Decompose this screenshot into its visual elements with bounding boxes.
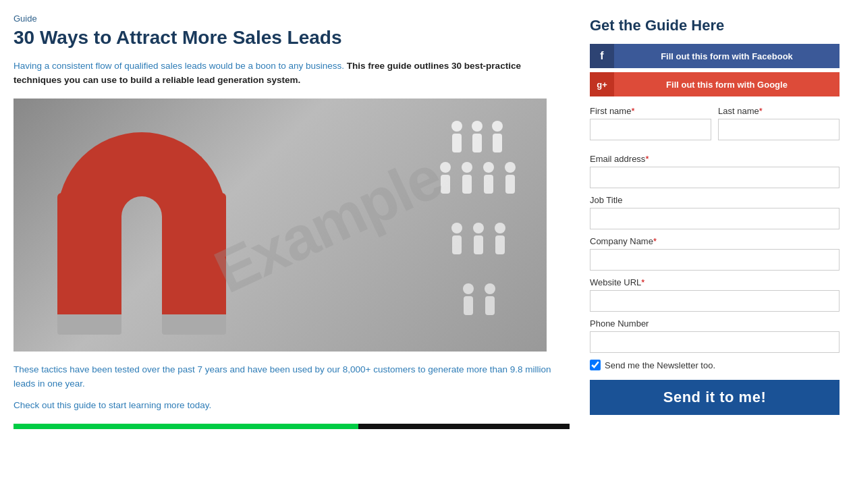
svg-rect-9 xyxy=(462,175,472,194)
email-label: Email address* xyxy=(590,154,840,164)
svg-rect-19 xyxy=(495,235,505,254)
svg-point-4 xyxy=(492,121,503,132)
guide-form-header: Get the Guide Here xyxy=(590,17,840,34)
facebook-icon: f xyxy=(590,44,614,68)
facebook-button-label: Fill out this form with Facebook xyxy=(614,51,840,61)
website-url-label: Website URL* xyxy=(590,277,840,287)
google-button-label: Fill out this form with Google xyxy=(614,80,840,90)
svg-point-16 xyxy=(473,223,484,233)
svg-point-12 xyxy=(505,162,516,173)
submit-button-label: Send it to me! xyxy=(663,389,766,405)
main-title: 30 Ways to Attract More Sales Leads xyxy=(13,26,570,49)
submit-button[interactable]: Send it to me! xyxy=(590,380,840,415)
svg-point-22 xyxy=(485,283,495,294)
guide-label: Guide xyxy=(13,13,570,24)
job-title-group: Job Title xyxy=(590,195,840,229)
phone-number-group: Phone Number xyxy=(590,318,840,353)
svg-point-20 xyxy=(463,283,474,294)
svg-rect-7 xyxy=(441,175,450,194)
newsletter-label: Send me the Newsletter too. xyxy=(605,360,715,370)
company-name-label: Company Name* xyxy=(590,236,840,246)
phone-number-input[interactable] xyxy=(590,331,840,353)
google-icon: g+ xyxy=(590,72,614,96)
svg-rect-5 xyxy=(493,134,502,152)
svg-point-0 xyxy=(451,121,462,132)
lead-form: First name* Last name* Email address* xyxy=(590,106,840,415)
job-title-input[interactable] xyxy=(590,208,840,229)
phone-number-label: Phone Number xyxy=(590,318,840,329)
svg-point-6 xyxy=(440,162,451,173)
svg-rect-15 xyxy=(452,235,462,254)
right-column: Get the Guide Here f Fill out this form … xyxy=(590,13,840,504)
website-url-group: Website URL* xyxy=(590,277,840,312)
company-name-group: Company Name* xyxy=(590,236,840,271)
svg-rect-17 xyxy=(474,235,483,254)
body-text-1: These tactics have been tested over the … xyxy=(13,362,570,391)
newsletter-row: Send me the Newsletter too. xyxy=(590,360,840,370)
svg-rect-3 xyxy=(472,134,482,152)
job-title-label: Job Title xyxy=(590,195,840,205)
svg-rect-1 xyxy=(452,134,462,152)
svg-point-14 xyxy=(451,223,462,233)
newsletter-checkbox[interactable] xyxy=(590,360,601,370)
email-input[interactable] xyxy=(590,167,840,188)
first-name-group: First name* xyxy=(590,106,711,140)
left-column: Guide 30 Ways to Attract More Sales Lead… xyxy=(13,13,570,504)
last-name-group: Last name* xyxy=(718,106,840,140)
last-name-input[interactable] xyxy=(718,119,840,140)
svg-rect-13 xyxy=(505,175,515,194)
google-button[interactable]: g+ Fill out this form with Google xyxy=(590,72,840,96)
last-name-label: Last name* xyxy=(718,106,840,116)
svg-point-2 xyxy=(472,121,483,132)
svg-point-8 xyxy=(462,162,472,173)
first-name-input[interactable] xyxy=(590,119,711,140)
facebook-button[interactable]: f Fill out this form with Facebook xyxy=(590,44,840,68)
svg-point-10 xyxy=(483,162,494,173)
svg-rect-11 xyxy=(484,175,493,194)
first-name-label: First name* xyxy=(590,106,711,116)
svg-rect-21 xyxy=(464,296,473,315)
intro-text: Having a consistent flow of qualified sa… xyxy=(13,59,570,88)
body-text-2: Check out this guide to start learning m… xyxy=(13,398,570,413)
website-url-input[interactable] xyxy=(590,290,840,312)
email-group: Email address* xyxy=(590,154,840,188)
svg-point-18 xyxy=(495,223,505,233)
name-row: First name* Last name* xyxy=(590,106,840,147)
hero-image: Example xyxy=(13,99,547,352)
svg-rect-23 xyxy=(485,296,495,315)
company-name-input[interactable] xyxy=(590,249,840,271)
